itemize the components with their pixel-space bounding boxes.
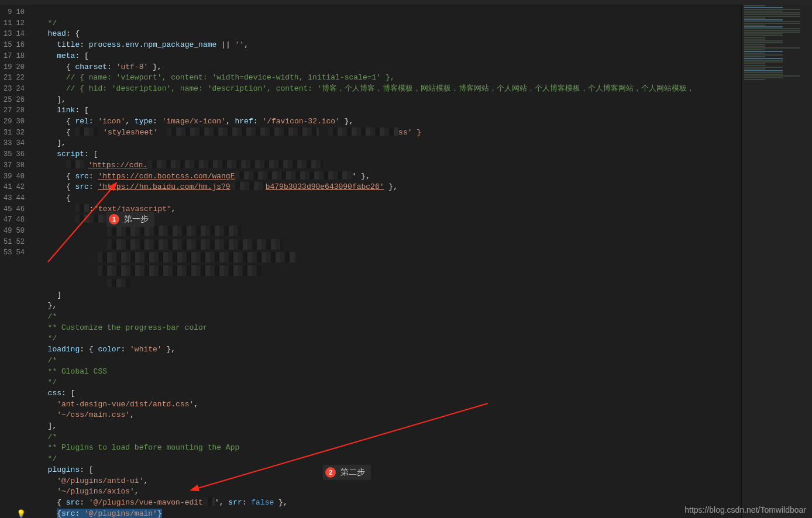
redacted [98,252,297,263]
code-text: }, [39,301,57,310]
redacted [66,160,84,168]
code-text: : { [66,29,80,38]
redacted [75,204,89,212]
redacted [235,171,352,179]
code-text: ], [39,95,66,104]
annotation-label: 第一步 [124,214,149,225]
redacted [75,215,110,223]
editor: 9 10 11 12 13 14 15 16 17 18 19 20 21 22… [0,5,742,518]
annotation-label: 第二步 [340,467,365,478]
redacted [107,239,283,250]
code-text: ] [39,291,61,299]
code-text: /* [39,312,57,321]
redacted [230,182,266,190]
code-area[interactable]: */ head: { title: process.env.npm_packag… [33,5,742,518]
code-text: // { hid: 'description', name: 'descript… [39,84,694,93]
annotation-step1: 1 第一步 [106,212,154,227]
redacted [107,226,242,236]
code-text: title [39,40,80,49]
annotation-badge: 2 [325,467,336,478]
code-text: { [39,194,71,202]
code-text: meta [39,51,75,60]
line-number-gutter: 9 10 11 12 13 14 15 16 17 18 19 20 21 22… [0,5,33,518]
redacted [107,279,130,287]
redacted [203,498,215,506]
redacted [328,127,398,136]
code-text: head [39,29,66,38]
annotation-badge: 1 [109,214,119,225]
code-text: */ [39,334,57,343]
code-text: */ [39,19,57,27]
redacted [167,127,319,136]
redacted [98,265,262,276]
lightbulb-icon[interactable]: 💡 [16,509,25,517]
redacted [147,160,323,168]
annotation-step2: 2 第二步 [323,465,371,480]
minimap[interactable] [741,5,812,518]
redacted [75,127,98,136]
code-text: // { name: 'viewport', content: 'width=d… [39,73,395,82]
code-text: ], [39,139,66,147]
code-text: ** Customize the progress-bar color [39,323,208,332]
